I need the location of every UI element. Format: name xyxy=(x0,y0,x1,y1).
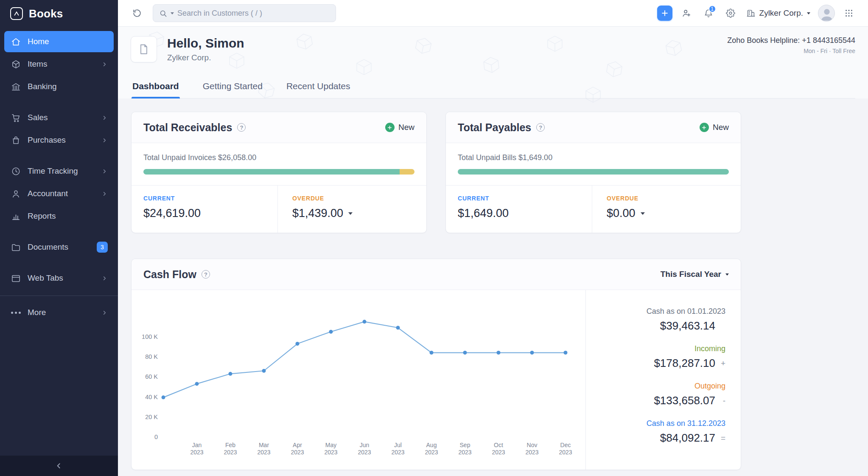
svg-text:80 K: 80 K xyxy=(145,353,158,360)
dashboard-header: Hello, Simon Zylker Corp. Zoho Books Hel… xyxy=(118,27,868,99)
helpline-number: Zoho Books Helpline: +1 8443165544 xyxy=(727,36,855,45)
receivables-card-body: Total Unpaid Invoices $26,058.00 xyxy=(132,143,426,183)
new-button-label: New xyxy=(713,123,729,132)
cart-icon xyxy=(11,113,21,123)
notification-count-badge: 1 xyxy=(708,5,716,13)
receivables-current: CURRENT $24,619.00 xyxy=(132,186,277,233)
receivables-total-label: Total Unpaid Invoices $26,058.00 xyxy=(143,153,414,162)
tab-recent-updates[interactable]: Recent Updates xyxy=(286,77,351,98)
svg-text:Nov: Nov xyxy=(527,442,538,448)
greeting-org: Zylker Corp. xyxy=(167,53,244,62)
sidebar-item-sales[interactable]: Sales xyxy=(4,107,114,128)
fiscal-year-label: This Fiscal Year xyxy=(661,270,721,279)
plus-operator-glyph: + xyxy=(715,359,725,368)
notifications-button[interactable]: 1 xyxy=(700,5,717,21)
closing-cash-link[interactable]: Cash as on 31.12.2023 xyxy=(586,419,725,428)
outgoing-value: $133,658.07 xyxy=(654,394,715,407)
cashflow-chart: 020 K40 K60 K80 K100 KJan2023Feb2023Mar2… xyxy=(132,297,581,463)
svg-text:Jun: Jun xyxy=(360,442,370,448)
receivables-progress-current xyxy=(143,169,400,175)
overdue-label: OVERDUE xyxy=(607,195,741,202)
svg-text:2023: 2023 xyxy=(492,449,505,456)
document-icon xyxy=(138,43,150,55)
dashboard-content: Total Receivables New Total Unpaid Invoi… xyxy=(118,99,868,476)
global-search[interactable] xyxy=(153,4,336,22)
closing-cash-stat: Cash as on 31.12.2023 $84,092.17= xyxy=(586,419,725,445)
apps-grid-icon xyxy=(844,8,854,18)
help-icon[interactable] xyxy=(536,123,545,132)
tab-dashboard[interactable]: Dashboard xyxy=(132,77,180,98)
sidebar-item-banking[interactable]: Banking xyxy=(4,76,114,97)
sidebar-item-home[interactable]: Home xyxy=(4,31,114,52)
sidebar-item-label: Purchases xyxy=(28,135,66,145)
cashflow-stats: Cash as on 01.01.2023 $39,463.14 Incomin… xyxy=(586,290,741,470)
sidebar-item-label: Items xyxy=(28,59,47,69)
sidebar-item-label: Accountant xyxy=(28,189,68,198)
receivables-overdue-dropdown[interactable]: $1,439.00 xyxy=(292,207,426,220)
overdue-label: OVERDUE xyxy=(292,195,426,202)
plus-icon xyxy=(661,9,669,17)
help-icon[interactable] xyxy=(237,123,246,132)
svg-text:2023: 2023 xyxy=(525,449,538,456)
sidebar-item-label: Reports xyxy=(28,211,56,221)
svg-text:2023: 2023 xyxy=(425,449,438,456)
outgoing-stat: Outgoing $133,658.07- xyxy=(586,382,725,407)
document-preview-card xyxy=(131,36,157,62)
sidebar-item-items[interactable]: Items xyxy=(4,54,114,75)
sidebar-item-time-tracking[interactable]: Time Tracking xyxy=(4,161,114,182)
sidebar-item-purchases[interactable]: Purchases xyxy=(4,130,114,151)
sidebar-item-more[interactable]: More xyxy=(4,302,114,323)
chevron-down-icon xyxy=(348,212,353,215)
cashflow-chart-area: 020 K40 K60 K80 K100 KJan2023Feb2023Mar2… xyxy=(132,290,586,470)
incoming-value: $178,287.10 xyxy=(654,357,715,370)
sidebar-item-reports[interactable]: Reports xyxy=(4,206,114,227)
sidebar-item-accountant[interactable]: Accountant xyxy=(4,183,114,204)
chevron-right-icon xyxy=(101,137,108,144)
apps-launcher-button[interactable] xyxy=(841,5,857,21)
bar-chart-icon xyxy=(11,211,21,221)
payables-overdue-dropdown[interactable]: $0.00 xyxy=(607,207,741,220)
svg-text:2023: 2023 xyxy=(190,449,203,456)
svg-text:2023: 2023 xyxy=(358,449,371,456)
brand-name: Books xyxy=(29,7,63,20)
receivables-overdue: OVERDUE $1,439.00 xyxy=(277,186,426,233)
current-label: CURRENT xyxy=(143,195,277,202)
sidebar-item-label: Web Tabs xyxy=(28,273,63,283)
settings-button[interactable] xyxy=(722,5,739,21)
total-receivables-card: Total Receivables New Total Unpaid Invoi… xyxy=(131,112,427,233)
main-area: 1 Zylker Corp. xyxy=(118,0,868,476)
outgoing-label: Outgoing xyxy=(586,382,725,391)
chevron-right-icon xyxy=(101,191,108,197)
sidebar-collapse-button[interactable] xyxy=(0,456,118,476)
svg-text:Aug: Aug xyxy=(426,442,437,448)
new-payable-button[interactable]: New xyxy=(700,123,729,132)
avatar-person-icon xyxy=(818,5,835,22)
new-button-label: New xyxy=(398,123,414,132)
user-plus-icon xyxy=(682,8,691,18)
search-scope-caret-icon[interactable] xyxy=(171,12,174,14)
sidebar-item-web-tabs[interactable]: Web Tabs xyxy=(4,268,114,289)
sidebar-item-documents[interactable]: Documents 3 xyxy=(4,237,114,258)
new-receivable-button[interactable]: New xyxy=(385,123,414,132)
user-avatar[interactable] xyxy=(818,5,835,22)
invite-users-button[interactable] xyxy=(678,5,694,21)
payables-total-label: Total Unpaid Bills $1,649.00 xyxy=(458,153,729,162)
payables-overdue: OVERDUE $0.00 xyxy=(592,186,741,233)
person-icon xyxy=(11,189,21,199)
sidebar-item-label: Home xyxy=(28,37,49,46)
plus-circle-icon xyxy=(700,123,709,132)
documents-count-badge: 3 xyxy=(97,242,108,253)
svg-text:100 K: 100 K xyxy=(142,333,158,340)
fiscal-year-selector[interactable]: This Fiscal Year xyxy=(661,270,729,279)
receivables-progress-bar xyxy=(143,169,414,175)
svg-text:0: 0 xyxy=(154,434,158,440)
svg-text:20 K: 20 K xyxy=(145,414,158,420)
help-icon[interactable] xyxy=(202,270,210,279)
recent-history-button[interactable] xyxy=(129,5,145,21)
quick-create-button[interactable] xyxy=(657,6,672,21)
search-input[interactable] xyxy=(177,9,330,18)
svg-text:2023: 2023 xyxy=(224,449,237,456)
tab-getting-started[interactable]: Getting Started xyxy=(202,77,263,98)
chevron-right-icon xyxy=(101,275,108,282)
org-switcher[interactable]: Zylker Corp. xyxy=(745,8,812,18)
